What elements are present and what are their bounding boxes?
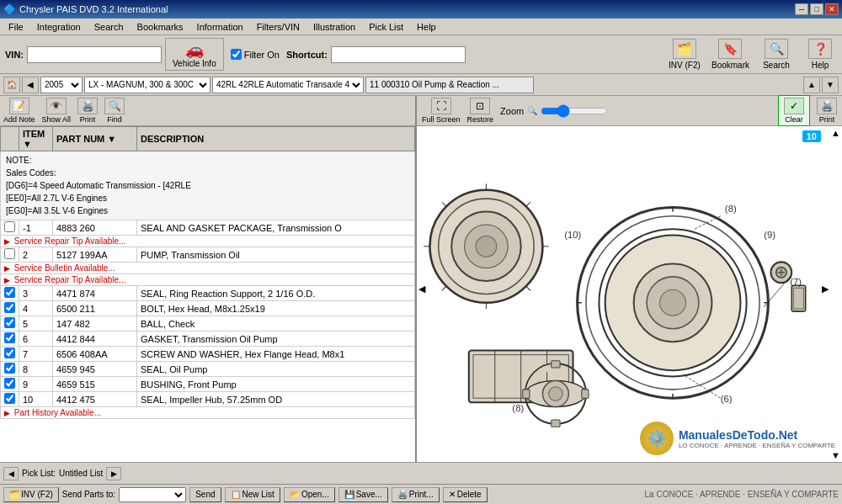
table-row[interactable]: -1 4883 260 SEAL AND GASKET PACKAGE, Tra…	[1, 220, 415, 236]
row-checkbox[interactable]	[4, 221, 15, 232]
menu-illustration[interactable]: Illustration	[308, 20, 360, 34]
table-row[interactable]: 3 4471 874 SEAL, Ring Reaction Support, …	[1, 286, 415, 301]
inv-f2-footer-button[interactable]: 🗂️ INV (F2)	[3, 487, 59, 502]
menu-integration[interactable]: Integration	[32, 20, 86, 34]
save-button[interactable]: 💾 Save...	[338, 487, 388, 502]
zoom-section: Zoom 🔍	[500, 106, 771, 116]
filter-on-checkbox[interactable]	[231, 49, 242, 60]
row-checkbox[interactable]	[4, 393, 15, 404]
menu-search[interactable]: Search	[89, 20, 129, 34]
send-button[interactable]: Send	[189, 487, 221, 502]
minimize-button[interactable]: ─	[795, 3, 808, 15]
scroll-left-button[interactable]: ◀	[418, 284, 425, 294]
part-badge-10: 10	[802, 130, 821, 142]
table-row[interactable]: 4 6500 211 BOLT, Hex Head, M8x1.25x19	[1, 301, 415, 316]
table-row[interactable]: 9 4659 515 BUSHING, Front Pump	[1, 377, 415, 392]
vin-input[interactable]	[27, 46, 162, 63]
save-icon: 💾	[344, 490, 354, 499]
left-panel: 📝 Add Note 👁️ Show All 🖨️ Print 🔍 Find	[0, 96, 417, 462]
description-cell: BOLT, Hex Head, M8x1.25x19	[137, 301, 415, 316]
row-checkbox[interactable]	[4, 287, 15, 298]
table-row[interactable]: 2 5127 199AA PUMP, Transmission Oil	[1, 247, 415, 263]
zoom-slider[interactable]	[541, 106, 608, 116]
search-button[interactable]: 🔍 Search	[759, 39, 793, 70]
table-row[interactable]: 6 4412 844 GASKET, Transmission Oil Pump	[1, 332, 415, 347]
parts-diagram: (8) (9) (7) (6) (8) (10)	[417, 126, 842, 462]
row-checkbox[interactable]	[4, 332, 15, 343]
item-cell: 5	[19, 316, 53, 332]
pick-list-name: Untitled List	[59, 469, 103, 478]
print-right-button[interactable]: 🖨️ Print	[817, 98, 837, 124]
delete-button[interactable]: ✕ Delete	[443, 487, 488, 502]
table-row[interactable]: 5 147 482 BALL, Check	[1, 316, 415, 332]
table-scroll[interactable]: ITEM ▼ PART NUM ▼ DESCRIPTION NOTE: Sale…	[0, 126, 415, 462]
table-row[interactable]: 8 4659 945 SEAL, Oil Pump	[1, 362, 415, 377]
description-cell: SEAL, Ring Reaction Support, 2 1/16 O.D.	[137, 286, 415, 301]
model-select[interactable]: LX - MAGNUM, 300 & 300C	[84, 77, 210, 93]
inv-f2-icon: 🗂️	[9, 490, 19, 499]
partnum-cell: 5127 199AA	[53, 247, 137, 263]
help-button[interactable]: ❓ Help	[803, 39, 837, 70]
bottom-nav-left[interactable]: ◀	[3, 467, 19, 480]
maximize-button[interactable]: □	[810, 3, 823, 15]
col-item[interactable]: ITEM ▼	[19, 127, 53, 151]
scroll-up-button[interactable]: ▲	[831, 128, 840, 138]
vehicle-info-button[interactable]: 🚗 Vehicle Info	[165, 38, 224, 71]
back-button[interactable]: ◀	[22, 77, 39, 93]
description-cell: BUSHING, Front Pump	[137, 377, 415, 392]
description-cell: SEAL, Oil Pump	[137, 362, 415, 377]
send-parts-select[interactable]	[119, 487, 186, 502]
scroll-right-button[interactable]: ▶	[822, 284, 829, 294]
menu-file[interactable]: File	[3, 20, 29, 34]
bookmark-button[interactable]: 🔖 Bookmark	[711, 39, 749, 70]
restore-button[interactable]: ⊡ Restore	[467, 98, 494, 124]
row-checkbox[interactable]	[4, 363, 15, 374]
description-cell: SEAL AND GASKET PACKAGE, Transmission O	[137, 220, 415, 236]
menu-help[interactable]: Help	[412, 20, 441, 34]
bottom-nav-right[interactable]: ▶	[106, 467, 121, 480]
inv-button[interactable]: 🗂️ INV (F2)	[668, 39, 701, 70]
new-list-icon: 📋	[231, 490, 241, 499]
open-button[interactable]: 📂 Open...	[284, 487, 335, 502]
footer-bar: 🗂️ INV (F2) Send Parts to: Send 📋 New Li…	[0, 484, 842, 504]
new-list-button[interactable]: 📋 New List	[225, 487, 280, 502]
home-button[interactable]: 🏠	[3, 77, 20, 93]
table-row[interactable]: 7 6506 408AA SCREW AND WASHER, Hex Flang…	[1, 347, 415, 362]
partnum-cell: 147 482	[53, 316, 137, 332]
find-button[interactable]: 🔍 Find	[104, 98, 125, 124]
close-button[interactable]: ✕	[825, 3, 839, 15]
print-footer-button[interactable]: 🖨️ Print...	[392, 487, 440, 502]
year-select[interactable]: 2005	[40, 77, 83, 93]
copyright-text: La CONOCE · APRENDE · ENSEÑA Y COMPARTE	[645, 490, 839, 499]
item-cell: 2	[19, 247, 53, 263]
prev-nav-button[interactable]: ▲	[803, 77, 820, 93]
menu-bar: File Integration Search Bookmarks Inform…	[0, 19, 842, 35]
row-checkbox[interactable]	[4, 378, 15, 389]
pick-list-label: Pick List:	[22, 469, 56, 478]
row-checkbox[interactable]	[4, 347, 15, 358]
add-note-button[interactable]: 📝 Add Note	[3, 98, 35, 124]
inv-icon: 🗂️	[673, 39, 696, 59]
menu-filters-vin[interactable]: Filters/VIN	[252, 20, 305, 34]
shortcut-input[interactable]	[331, 46, 466, 63]
transmission-select[interactable]: 42RL 42RLE Automatic Transaxle 4 ...	[212, 77, 364, 93]
full-screen-button[interactable]: ⛶ Full Screen	[422, 98, 461, 124]
col-partnum[interactable]: PART NUM ▼	[53, 127, 137, 151]
table-row[interactable]: 10 4412 475 SEAL, Impeller Hub, 57.25mm …	[1, 392, 415, 407]
clear-button[interactable]: ✓ Clear	[778, 95, 810, 126]
next-nav-button[interactable]: ▼	[822, 77, 839, 93]
bottom-bar: ◀ Pick List: Untitled List ▶	[0, 462, 842, 484]
print-left-button[interactable]: 🖨️ Print	[77, 98, 98, 124]
note-text: NOTE:	[6, 154, 409, 167]
parts-table: ITEM ▼ PART NUM ▼ DESCRIPTION NOTE: Sale…	[0, 126, 415, 419]
menu-information[interactable]: Information	[192, 20, 248, 34]
menu-pick-list[interactable]: Pick List	[364, 20, 408, 34]
scroll-down-button[interactable]: ▼	[831, 450, 840, 460]
print-left-icon: 🖨️	[77, 98, 98, 114]
menu-bookmarks[interactable]: Bookmarks	[132, 20, 189, 34]
row-checkbox[interactable]	[4, 248, 15, 259]
col-description[interactable]: DESCRIPTION	[137, 127, 415, 151]
show-all-button[interactable]: 👁️ Show All	[42, 98, 72, 124]
row-checkbox[interactable]	[4, 317, 15, 328]
row-checkbox[interactable]	[4, 302, 15, 313]
